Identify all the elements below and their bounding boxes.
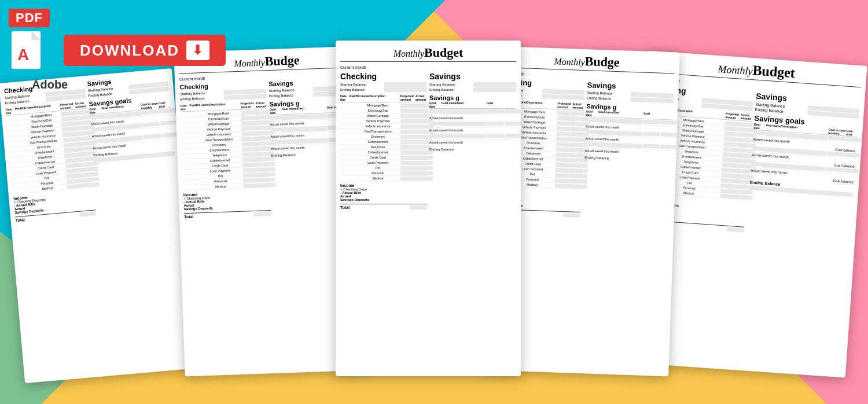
download-button[interactable]: DOWNLOAD ⬇ bbox=[64, 35, 226, 66]
svg-text:A: A bbox=[17, 46, 29, 64]
pdf-icon: A bbox=[9, 28, 46, 72]
adobe-text: Adobe bbox=[32, 78, 68, 91]
pdf-label: PDF bbox=[9, 9, 50, 27]
budget-card-1: Checking Starting Balance Ending Balance… bbox=[0, 68, 198, 383]
pdf-badge: PDF A bbox=[9, 9, 50, 72]
download-arrow-icon: ⬇ bbox=[186, 41, 209, 60]
download-label: DOWNLOAD bbox=[80, 42, 179, 60]
budget-card-3: MonthlyBudget Current month Checking Sta… bbox=[336, 41, 521, 376]
